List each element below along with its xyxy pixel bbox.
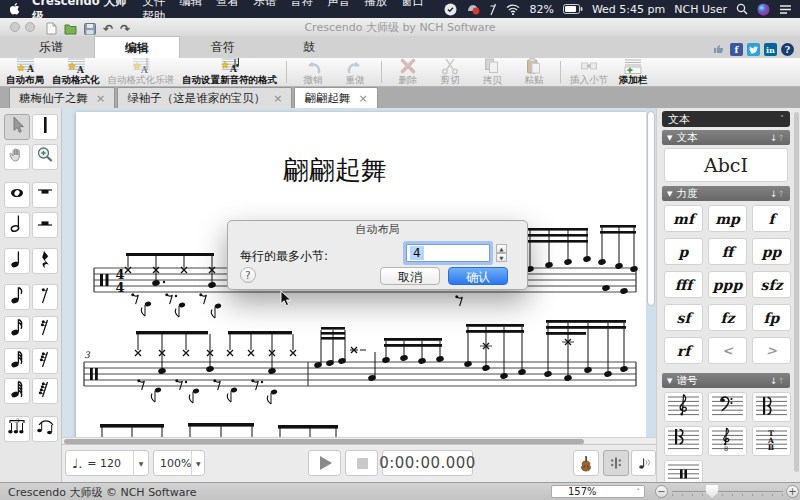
dynamic-rf[interactable]: rf [664,337,703,364]
document-tab-1[interactable]: 绿袖子（这是谁家的宝贝）× [117,87,292,108]
menu-item-6[interactable]: 播放 [364,0,387,8]
toolbar-button-auto-format[interactable]: A自动格式化 [48,58,104,86]
quarter-note-tool[interactable] [4,248,30,274]
toolbar-button-auto-layout[interactable]: A自动布局 [2,58,48,86]
sixtyfourth-note-tool[interactable] [4,378,30,404]
tie-tool[interactable] [32,416,58,442]
half-rest-tool[interactable] [32,212,58,238]
close-icon[interactable]: × [96,92,105,105]
toolbar-button-add-bar[interactable]: 添加栏 [612,58,654,86]
dynamic-sfz[interactable]: sfz [752,271,791,298]
dynamic-mp[interactable]: mp [708,205,747,232]
dialog-help-button[interactable]: ? [240,267,256,283]
eighth-note-tool[interactable] [4,284,30,310]
thirtysecond-rest-tool[interactable] [32,348,58,374]
cancel-button[interactable]: 取消 [380,267,440,285]
menu-item-5[interactable]: 声音 [327,0,350,8]
dynamic-pp[interactable]: pp [752,238,791,265]
toolbar-button-paste[interactable]: 粘贴 [513,58,555,86]
tenor-clef-button[interactable] [664,426,703,456]
twitter-icon[interactable] [747,43,760,56]
barline-tool[interactable] [32,114,58,140]
list-icon[interactable] [779,4,792,15]
close-icon[interactable]: × [358,92,367,105]
dynamic-f[interactable]: f [752,205,791,232]
app-badge-icon[interactable] [466,3,480,15]
max-measures-input[interactable]: 4 [406,244,490,262]
tab-clef-button[interactable]: TAB [752,426,791,456]
section-header-text[interactable]: ▼ 文本 ↓↑ [662,130,790,145]
toolbar-button-undo[interactable]: 撤销 [292,58,334,86]
menu-user[interactable]: NCH User [674,3,727,16]
quarter-rest-tool[interactable] [32,248,58,274]
hand-tool[interactable] [4,144,30,170]
linkedin-icon[interactable]: in [764,43,777,56]
toolbar-button-auto-format-score[interactable]: A自动格式化乐谱 [104,58,179,86]
zoom-slider-thumb[interactable] [706,485,718,498]
help-icon[interactable]: ? [781,43,794,56]
play-button[interactable] [308,450,341,476]
zoom-slider-track[interactable] [672,491,783,492]
vertical-scrollbar-thumb[interactable] [647,111,655,306]
triplet-tool[interactable]: 3 [4,416,30,442]
half-note-tool[interactable] [4,212,30,238]
tab-音符[interactable]: 音符 [180,36,266,58]
dynamic-p[interactable]: p [664,238,703,265]
dynamic-sf[interactable]: sf [664,304,703,331]
document-tab-0[interactable]: 糖梅仙子之舞× [9,87,115,108]
alto-clef-button[interactable] [752,392,791,422]
speed-combo[interactable]: 100% ▼ [153,450,205,476]
whole-note-tool[interactable] [4,182,30,208]
whole-rest-tool[interactable] [32,182,58,208]
dynamic-decrescendo[interactable]: > [752,337,791,364]
menu-item-7[interactable]: 窗口 [401,0,424,8]
stop-button[interactable] [345,450,378,476]
sixteenth-note-tool[interactable] [4,316,30,342]
document-tab-2[interactable]: 翩翩起舞× [294,87,377,108]
treble-8-clef-button[interactable]: 8 [708,426,747,456]
siri-icon[interactable] [757,3,770,16]
treble-clef-button[interactable] [664,392,703,422]
checkmark-circle-icon[interactable] [444,3,457,16]
horizontal-scrollbar[interactable] [62,437,656,445]
menu-clock[interactable]: Wed 5:45 pm [592,3,665,16]
tempo-combo[interactable]: ♩. = 120 ▼ [65,450,149,476]
wifi-icon[interactable] [506,4,520,15]
tab-鼓[interactable]: 鼓 [266,36,352,58]
horizontal-scrollbar-thumb[interactable] [64,439,584,444]
sixtyfourth-rest-tool[interactable] [32,378,58,404]
zoom-out-button[interactable]: − [655,485,668,498]
dynamic-ff[interactable]: ff [708,238,747,265]
zoom-tool[interactable] [32,144,58,170]
violin-button[interactable] [573,450,599,476]
pen-icon[interactable] [489,3,497,16]
select-tool[interactable] [4,114,30,140]
menu-item-4[interactable]: 音符 [290,0,313,8]
eighth-rest-tool[interactable] [32,284,58,310]
dynamic-fz[interactable]: fz [708,304,747,331]
toolbar-button-cut[interactable]: 剪切 [429,58,471,86]
menu-item-0[interactable]: 文件 [142,0,165,8]
zoom-in-button[interactable]: + [786,485,799,498]
search-icon[interactable] [736,3,748,15]
vertical-scrollbar[interactable] [646,108,656,437]
close-icon[interactable]: × [273,92,282,105]
section-header-dynamics[interactable]: ▼ 力度 ↓↑ [662,186,790,201]
section-header-clefs[interactable]: ▼ 谱号 ↓↑ [662,373,790,388]
speed-dropdown-arrow[interactable]: ▼ [191,451,204,475]
thumbs-up-icon[interactable] [712,40,726,59]
dynamic-fp[interactable]: fp [752,304,791,331]
toolbar-button-auto-note-format[interactable]: A自动设置新音符的格式 [178,58,281,86]
toolbar-button-delete[interactable]: 删除 [387,58,429,86]
zoom-level-combo[interactable]: 157% ˅ [551,485,645,498]
tab-编辑[interactable]: 编辑 [94,36,180,58]
panel-scrollbar-thumb[interactable] [794,112,799,472]
apple-icon[interactable] [10,3,20,15]
menu-item-1[interactable]: 编辑 [179,0,202,8]
dynamic-fff[interactable]: fff [664,271,703,298]
thirtysecond-note-tool[interactable] [4,348,30,374]
tab-乐谱[interactable]: 乐谱 [8,36,94,58]
menu-item-3[interactable]: 乐谱 [253,0,276,8]
dynamic-mf[interactable]: mf [664,205,703,232]
text-tool-button[interactable]: AbcI [664,148,788,182]
